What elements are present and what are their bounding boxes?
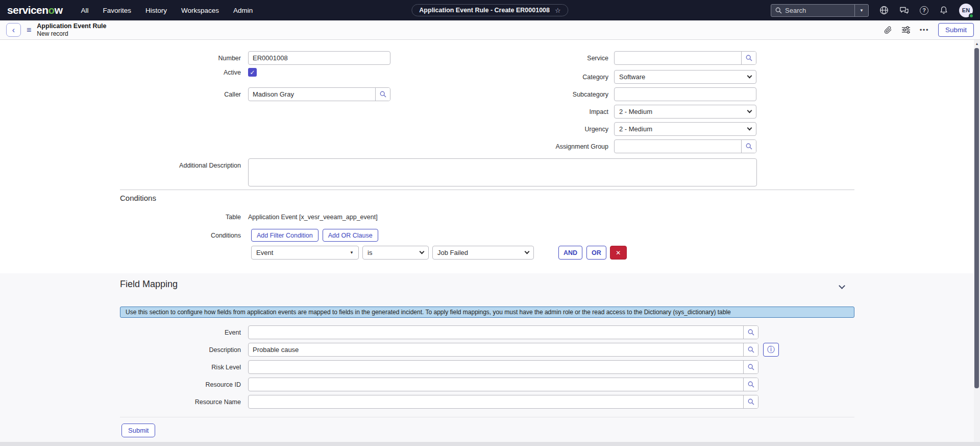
personalize-form-sliders-icon[interactable] bbox=[901, 26, 911, 34]
subcategory-row: Subcategory bbox=[368, 87, 756, 101]
service-input[interactable] bbox=[615, 52, 741, 64]
fm-resource-name-reference-field bbox=[248, 395, 758, 409]
global-search[interactable]: ▼ bbox=[771, 4, 869, 17]
field-mapping-info-banner: Use this section to configure how fields… bbox=[120, 307, 854, 318]
service-lookup-button[interactable] bbox=[741, 52, 756, 64]
nav-item-history[interactable]: History bbox=[145, 7, 167, 14]
category-select[interactable]: Software bbox=[614, 70, 756, 84]
assignment-group-reference-field bbox=[614, 139, 756, 153]
condition-operator-select[interactable]: is bbox=[362, 246, 429, 260]
fm-risk-level-row: Risk Level bbox=[0, 360, 758, 374]
chevron-down-icon bbox=[525, 249, 530, 254]
user-avatar[interactable]: EN bbox=[959, 4, 973, 17]
fm-resource-id-reference-field bbox=[248, 378, 758, 391]
fm-event-row: Event bbox=[0, 325, 758, 339]
fm-resource-name-label: Resource Name bbox=[0, 398, 241, 406]
back-button[interactable]: ‹ bbox=[6, 23, 21, 37]
table-row: Table Application Event [x_vesr_veeam_ap… bbox=[0, 214, 378, 221]
impact-select[interactable]: 2 - Medium bbox=[614, 105, 756, 119]
condition-field-select[interactable]: Event ▼ bbox=[251, 246, 359, 260]
add-or-clause-button[interactable]: Add OR Clause bbox=[323, 229, 378, 242]
help-icon[interactable]: ? bbox=[920, 6, 928, 15]
nav-item-favorites[interactable]: Favorites bbox=[103, 7, 131, 14]
active-checkbox[interactable]: ✓ bbox=[248, 68, 257, 77]
fm-resource-name-lookup-button[interactable] bbox=[743, 395, 758, 408]
nav-item-workspaces[interactable]: Workspaces bbox=[181, 7, 219, 14]
urgency-select[interactable]: 2 - Medium bbox=[614, 122, 756, 136]
search-input[interactable] bbox=[782, 7, 854, 14]
delete-condition-button[interactable]: ✕ bbox=[610, 246, 627, 260]
globe-icon[interactable] bbox=[879, 6, 889, 15]
top-nav: servicenow All Favorites History Workspa… bbox=[0, 0, 980, 20]
record-pill-title: Application Event Rule - Create ER000100… bbox=[419, 7, 550, 14]
impact-label: Impact bbox=[368, 108, 608, 115]
assignment-group-input[interactable] bbox=[615, 140, 741, 153]
table-value: Application Event [x_vesr_veeam_app_even… bbox=[248, 214, 378, 221]
check-icon: ✓ bbox=[250, 69, 255, 76]
close-icon: ✕ bbox=[616, 249, 621, 256]
form-submit-button[interactable]: Submit bbox=[121, 424, 155, 437]
current-record-pill[interactable]: Application Event Rule - Create ER000100… bbox=[411, 4, 568, 16]
nav-item-admin[interactable]: Admin bbox=[233, 7, 253, 14]
fm-risk-level-input[interactable] bbox=[249, 361, 743, 373]
caller-row: Caller bbox=[0, 87, 390, 101]
header-submit-button[interactable]: Submit bbox=[938, 23, 974, 37]
back-chevron-icon: ‹ bbox=[12, 26, 15, 35]
condition-value-select[interactable]: Job Failed bbox=[432, 246, 534, 260]
fm-description-reference-field bbox=[248, 343, 758, 357]
favorite-star-icon[interactable]: ☆ bbox=[555, 7, 561, 14]
fm-description-input[interactable] bbox=[249, 343, 743, 356]
user-status-dot bbox=[969, 13, 974, 18]
main-menu: All Favorites History Workspaces Admin bbox=[81, 7, 253, 14]
more-options-icon[interactable]: ••• bbox=[920, 26, 929, 34]
form-header-bar: ‹ ≡ Application Event Rule New record ••… bbox=[0, 20, 980, 40]
service-label: Service bbox=[368, 55, 608, 62]
and-button[interactable]: AND bbox=[558, 246, 582, 260]
fm-event-reference-field bbox=[248, 325, 758, 339]
urgency-row: Urgency 2 - Medium bbox=[368, 122, 756, 136]
additional-description-row: Additional Description bbox=[0, 158, 757, 186]
record-type-title: Application Event Rule bbox=[37, 22, 106, 30]
fm-description-label: Description bbox=[0, 346, 241, 354]
notifications-bell-icon[interactable] bbox=[939, 6, 948, 15]
fm-resource-id-input[interactable] bbox=[249, 378, 743, 391]
subcategory-input[interactable] bbox=[614, 87, 756, 101]
scrollbar-thumb[interactable] bbox=[974, 48, 979, 388]
record-title-block: Application Event Rule New record bbox=[37, 22, 106, 37]
number-row: Number bbox=[0, 51, 390, 65]
fm-resource-id-lookup-button[interactable] bbox=[743, 378, 758, 391]
caller-input[interactable] bbox=[249, 88, 375, 101]
nav-item-all[interactable]: All bbox=[81, 7, 88, 14]
field-mapping-section-heading: Field Mapping bbox=[120, 279, 178, 290]
fm-event-input[interactable] bbox=[249, 326, 743, 339]
fm-risk-level-lookup-button[interactable] bbox=[743, 361, 758, 373]
record-subtitle: New record bbox=[37, 30, 106, 37]
conditions-label: Conditions bbox=[0, 232, 241, 239]
fm-resource-name-input[interactable] bbox=[249, 395, 743, 408]
attachment-paperclip-icon[interactable] bbox=[884, 26, 892, 34]
search-scope-caret-icon[interactable]: ▼ bbox=[854, 5, 868, 16]
category-row: Category Software bbox=[368, 70, 756, 84]
assignment-group-lookup-button[interactable] bbox=[741, 140, 756, 153]
category-label: Category bbox=[368, 74, 608, 81]
chevron-down-icon bbox=[747, 126, 752, 131]
fm-description-row: Description ⓘ bbox=[0, 343, 779, 357]
add-filter-condition-button[interactable]: Add Filter Condition bbox=[251, 229, 318, 242]
additional-description-label: Additional Description bbox=[0, 158, 241, 169]
servicenow-logo[interactable]: servicenow bbox=[7, 4, 62, 16]
additional-description-textarea[interactable] bbox=[248, 158, 757, 186]
scroll-up-arrow-icon[interactable]: ▲ bbox=[974, 42, 980, 45]
fm-event-lookup-button[interactable] bbox=[743, 326, 758, 339]
number-label: Number bbox=[0, 55, 241, 62]
active-label: Active bbox=[0, 69, 241, 76]
chevron-down-icon bbox=[747, 108, 752, 113]
fm-description-lookup-button[interactable] bbox=[743, 343, 758, 356]
form-body: Number Active ✓ Caller Service Category … bbox=[0, 40, 980, 442]
caret-down-icon: ▼ bbox=[350, 250, 354, 255]
fm-resource-name-row: Resource Name bbox=[0, 395, 758, 409]
chat-icon[interactable] bbox=[899, 6, 909, 15]
or-button[interactable]: OR bbox=[586, 246, 606, 260]
fm-description-info-button[interactable]: ⓘ bbox=[763, 343, 779, 357]
context-menu-icon[interactable]: ≡ bbox=[27, 26, 31, 35]
vertical-scrollbar[interactable]: ▲ bbox=[974, 40, 980, 442]
